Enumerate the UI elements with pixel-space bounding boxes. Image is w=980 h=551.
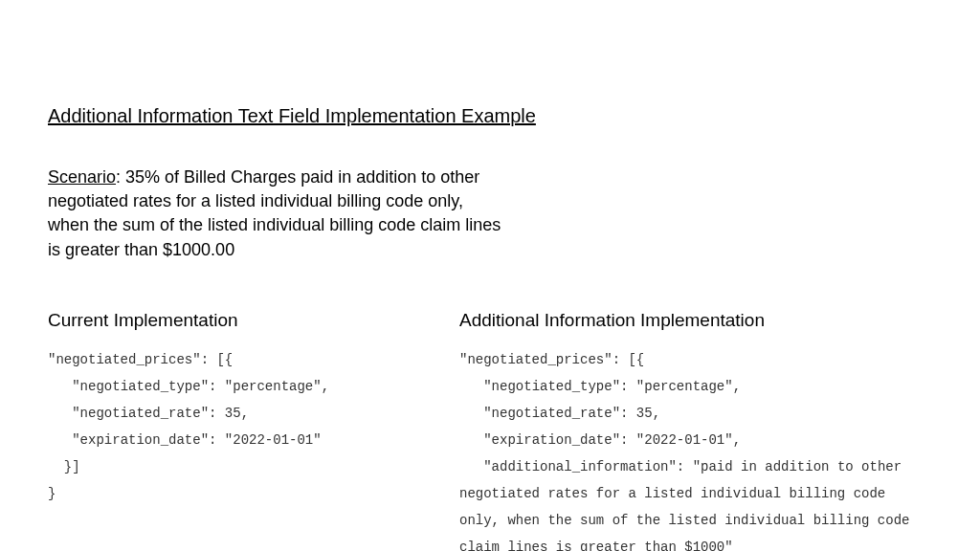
scenario-text: Scenario: 35% of Billed Charges paid in … — [48, 165, 507, 262]
additional-info-heading: Additional Information Implementation — [459, 310, 932, 331]
current-implementation-column: Current Implementation "negotiated_price… — [48, 310, 402, 551]
current-implementation-code: "negotiated_prices": [{ "negotiated_type… — [48, 346, 402, 507]
scenario-body: : 35% of Billed Charges paid in addition… — [48, 167, 501, 259]
current-implementation-heading: Current Implementation — [48, 310, 402, 331]
page-title: Additional Information Text Field Implem… — [48, 105, 932, 127]
columns-container: Current Implementation "negotiated_price… — [48, 310, 932, 551]
additional-info-column: Additional Information Implementation "n… — [459, 310, 932, 551]
scenario-label: Scenario — [48, 167, 116, 187]
additional-info-code: "negotiated_prices": [{ "negotiated_type… — [459, 346, 932, 551]
